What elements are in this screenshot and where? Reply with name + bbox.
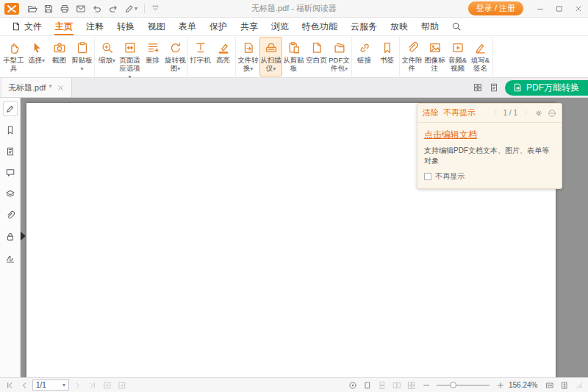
menu-item[interactable]: 共享 xyxy=(234,18,265,35)
zoom-slider-thumb[interactable] xyxy=(450,382,456,388)
layout-single-button[interactable] xyxy=(361,379,373,391)
ribbon-button-link[interactable]: 链接 xyxy=(353,37,376,76)
zoom-out-button[interactable] xyxy=(420,379,432,391)
menu-item[interactable]: 浏览 xyxy=(265,18,295,35)
save-button[interactable] xyxy=(41,2,56,15)
notif-next-icon[interactable] xyxy=(522,109,530,117)
menu-item[interactable]: 保护 xyxy=(203,18,234,35)
nav-first-button[interactable] xyxy=(3,379,15,391)
ribbon-button-image-annot[interactable]: 图像标注 xyxy=(423,37,446,76)
scanner-icon xyxy=(265,41,278,54)
email-button[interactable] xyxy=(74,2,88,15)
menu-item[interactable]: 主页 xyxy=(49,18,79,35)
notif-prev-icon[interactable] xyxy=(491,109,499,117)
tab-title: 无标题.pdf xyxy=(8,82,46,93)
edit-document-link[interactable]: 点击编辑文档 xyxy=(424,129,477,140)
sign-icon xyxy=(474,41,487,54)
tab-close-button[interactable] xyxy=(57,84,65,92)
undo-button[interactable] xyxy=(90,2,104,15)
nav-prev-button[interactable] xyxy=(18,379,30,391)
panel-button-signature[interactable] xyxy=(3,251,18,266)
ribbon-button-camera[interactable]: 截图 xyxy=(48,37,71,76)
menu-item[interactable]: 帮助 xyxy=(415,18,445,35)
ribbon-button-label: 图像标注 xyxy=(424,56,445,72)
panel-button-lock[interactable] xyxy=(3,229,18,244)
customize-toolbar-button[interactable] xyxy=(149,3,162,14)
ribbon-button-media[interactable]: 音频&视频 xyxy=(446,37,469,76)
layout-continuous-button[interactable] xyxy=(376,379,388,391)
ribbon-button-zoom[interactable]: 缩放▾ xyxy=(96,37,118,76)
ribbon-button-scanner[interactable]: 从扫描仪▾ xyxy=(259,37,282,76)
layout-two-cont-icon xyxy=(407,381,416,390)
reading-view-icon[interactable] xyxy=(489,82,499,93)
ribbon-button-cursor[interactable]: 选择▾ xyxy=(25,37,48,76)
clear-link[interactable]: 清除 xyxy=(423,107,439,118)
folder-open-button[interactable] xyxy=(25,2,40,15)
pdf-convert-button[interactable]: PDF万能转换 xyxy=(505,80,588,96)
menu-item[interactable]: 注释 xyxy=(79,18,110,35)
gear-icon[interactable] xyxy=(534,109,543,118)
menu-item[interactable]: 特色功能 xyxy=(295,18,344,35)
view-prev-button[interactable] xyxy=(101,379,113,391)
redo-button[interactable] xyxy=(106,2,121,15)
ribbon-button-sign[interactable]: 填写&签名 xyxy=(469,37,492,76)
ribbon-button-convert[interactable]: 文件转换▾ xyxy=(237,37,259,76)
collapse-notification-icon[interactable] xyxy=(548,109,556,118)
panel-button-pages[interactable] xyxy=(3,144,18,159)
pen-button[interactable]: ▾ xyxy=(122,2,140,15)
ribbon-button-fit-page[interactable]: 页面适应选项▾ xyxy=(118,37,141,76)
panel-collapse-handle[interactable] xyxy=(21,232,26,240)
panel-button-attachment[interactable] xyxy=(3,208,18,223)
ribbon-button-package[interactable]: PDF文件包▾ xyxy=(328,37,351,76)
ribbon-button-rotate[interactable]: 旋转视图▾ xyxy=(164,37,187,76)
ribbon-button-reflow[interactable]: 重排 xyxy=(141,37,164,76)
comment-icon xyxy=(5,168,15,178)
panel-button-bookmark[interactable] xyxy=(3,123,18,138)
ribbon-button-paste[interactable]: 从剪贴板 xyxy=(282,37,305,76)
maximize-button[interactable] xyxy=(550,0,569,17)
redo-icon xyxy=(108,4,118,14)
ribbon-button-label: 打字机 xyxy=(190,56,211,64)
menu-item[interactable]: 放映 xyxy=(384,18,415,35)
zoom-in-button[interactable] xyxy=(494,379,506,391)
document-tab[interactable]: 无标题.pdf * xyxy=(1,78,72,97)
search-button[interactable] xyxy=(445,18,467,35)
menu-item[interactable]: 转换 xyxy=(110,18,141,35)
layout-two-cont-button[interactable] xyxy=(405,379,417,391)
layout-two-button[interactable] xyxy=(390,379,403,391)
fit-width-button[interactable] xyxy=(543,379,556,391)
ribbon-group: 文件转换▾从扫描仪▾从剪贴板空白页PDF文件包▾ xyxy=(236,37,352,76)
ribbon-button-attachment[interactable]: 文件附件 xyxy=(401,37,423,76)
thumbnail-view-icon[interactable] xyxy=(473,82,483,93)
print-button[interactable] xyxy=(57,2,72,15)
ribbon-button-clipboard[interactable]: 剪贴板▾ xyxy=(71,37,93,76)
login-button[interactable]: 登录 / 注册 xyxy=(468,1,523,15)
zoom-slider[interactable] xyxy=(437,385,490,386)
read-mode-button[interactable] xyxy=(346,379,359,391)
close-button[interactable] xyxy=(569,0,588,17)
ribbon-button-typewriter[interactable]: 打字机 xyxy=(189,37,212,76)
ribbon-button-blank-page[interactable]: 空白页 xyxy=(305,37,328,76)
nav-next-button[interactable] xyxy=(71,379,84,391)
fit-page-sb-button[interactable] xyxy=(558,379,570,391)
rotate-icon xyxy=(169,41,182,54)
left-panel-bar xyxy=(0,98,21,377)
signature-icon xyxy=(5,253,15,263)
dont-remind-link[interactable]: 不再提示 xyxy=(443,107,476,118)
ribbon-button-highlight[interactable]: 高亮 xyxy=(212,37,234,76)
ribbon-button-hand[interactable]: 手型工具 xyxy=(2,37,25,76)
menu-item[interactable]: 表单 xyxy=(172,18,203,35)
minimize-button[interactable] xyxy=(531,0,550,17)
menu-file[interactable]: 文件 xyxy=(4,18,49,35)
ribbon-button-bookmark[interactable]: 书签 xyxy=(376,37,398,76)
nav-last-button[interactable] xyxy=(86,379,98,391)
menu-item[interactable]: 视图 xyxy=(141,18,172,35)
page-number-box[interactable]: 1/1▾ xyxy=(32,379,69,391)
document-area[interactable]: 清除 不再提示 1 / 1 点击编辑文档 支持编辑PDF文档文本、图片、表单等对… xyxy=(21,98,588,377)
dont-show-checkbox[interactable]: 不再显示 xyxy=(424,171,555,182)
panel-button-layers[interactable] xyxy=(3,187,18,202)
panel-button-edit-pen[interactable] xyxy=(3,101,18,116)
panel-button-comment[interactable] xyxy=(3,165,18,180)
view-next-button[interactable] xyxy=(115,379,128,391)
menu-item[interactable]: 云服务 xyxy=(344,18,384,35)
